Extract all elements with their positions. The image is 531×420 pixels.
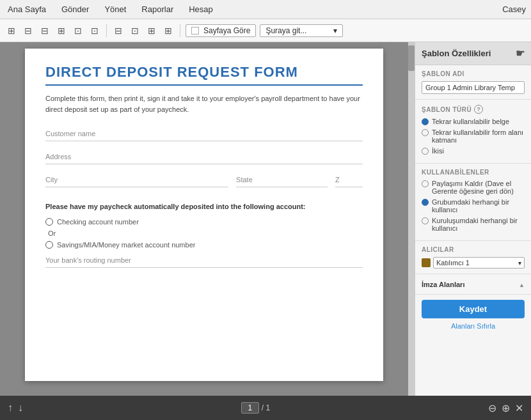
radio-savings: [45, 241, 53, 249]
toolbar-icon-6[interactable]: ⊡: [88, 24, 101, 37]
field-zip: Z: [335, 172, 363, 187]
type-label-1: Tekrar kullanılabilir form alanı katmanı: [432, 128, 525, 144]
avail-label-2: Kuruluşumdaki herhangi bir kullanıcı: [432, 217, 525, 232]
nav-send[interactable]: Gönder: [59, 4, 91, 14]
document-viewer: DIRECT DEPOSIT REQUEST FORM Complete thi…: [0, 42, 415, 396]
goto-label: Şuraya git...: [266, 26, 306, 35]
avail-label-1: Grubumdaki herhangi bir kullanıcı: [432, 198, 525, 214]
type-option-0[interactable]: Tekrar kullanılabilir belge: [422, 118, 525, 125]
avail-option-1[interactable]: Grubumdaki herhangi bir kullanıcı: [422, 198, 525, 214]
toolbar-icon-4[interactable]: ⊞: [55, 24, 68, 37]
field-address: Address: [45, 149, 363, 164]
type-option-2[interactable]: İkisi: [422, 147, 525, 155]
nav-manage[interactable]: Yönet: [102, 4, 129, 14]
toolbar: ⊞ ⊟ ⊟ ⊞ ⊡ ⊡ ⊟ ⊡ ⊞ ⊞ Sayfaya Göre Şuraya …: [0, 19, 531, 42]
option-savings: Savings/MIA/Money market account number: [45, 241, 363, 249]
close-button[interactable]: ✕: [515, 402, 523, 414]
signature-section: İmza Alanları: [415, 274, 531, 295]
goto-dropdown[interactable]: Şuraya git...: [260, 24, 343, 37]
sablon-adi-section: ŞABLON ADI: [415, 65, 531, 100]
option-checking-label: Checking account number: [57, 218, 139, 226]
nav-group-left: ↑ ↓: [8, 402, 23, 414]
avail-radio-2: [422, 217, 429, 224]
option-or: Or: [45, 229, 363, 237]
chevron-up-icon: [519, 279, 525, 289]
page-view-label: Sayfaya Göre: [203, 26, 250, 35]
recipient-select[interactable]: Katılımcı 1: [433, 257, 525, 268]
signature-header[interactable]: İmza Alanları: [422, 279, 525, 289]
toolbar-icon-8[interactable]: ⊡: [129, 24, 141, 37]
document-page: DIRECT DEPOSIT REQUEST FORM Complete thi…: [25, 49, 383, 381]
option-savings-label: Savings/MIA/Money market account number: [57, 241, 195, 249]
alicilar-label: ALICILAR: [422, 246, 525, 253]
page-indicator: / 1: [241, 402, 270, 414]
recipients-row: Katılımcı 1: [422, 257, 525, 268]
nav-up-button[interactable]: ↑: [8, 402, 13, 414]
sablon-turu-label-row: ŞABLON TÜRÜ ?: [422, 105, 525, 114]
type-radio-2: [422, 148, 429, 155]
alicilar-section: ALICILAR Katılımcı 1: [415, 241, 531, 274]
page-view-button[interactable]: Sayfaya Göre: [186, 24, 256, 37]
nav-account[interactable]: Hesap: [186, 4, 216, 14]
toolbar-icon-9[interactable]: ⊞: [145, 24, 158, 37]
avail-radio-0: [422, 180, 429, 187]
page-view-icon: [191, 27, 199, 35]
type-radio-0: [422, 118, 429, 125]
document-subtitle: Complete this form, then print it, sign …: [45, 93, 363, 114]
right-panel: Şablon Özellikleri ☛ ŞABLON ADI ŞABLON T…: [415, 42, 531, 396]
recipient-badge: [422, 258, 431, 267]
toolbar-icon-10[interactable]: ⊞: [162, 24, 175, 37]
bold-instruction: Please have my paycheck automatically de…: [45, 203, 363, 210]
reset-button[interactable]: Alanları Sıfırla: [415, 320, 531, 335]
toolbar-icon-2[interactable]: ⊟: [22, 24, 35, 37]
nav-home[interactable]: Ana Sayfa: [5, 4, 49, 14]
save-button[interactable]: Kaydet: [422, 300, 525, 318]
page-number-input[interactable]: [241, 402, 259, 414]
type-label-2: İkisi: [432, 147, 444, 155]
user-menu[interactable]: Casey: [502, 4, 526, 14]
avail-dot-1: [422, 199, 429, 206]
type-radio-dot-0: [424, 120, 427, 123]
document-title: DIRECT DEPOSIT REQUEST FORM: [45, 64, 363, 86]
radio-checking: [45, 218, 53, 226]
zoom-in-button[interactable]: ⊕: [502, 402, 510, 414]
avail-label-0: Paylaşımı Kaldır (Dave el Gerente öğesin…: [432, 180, 525, 195]
recipient-name: Katılımcı 1: [436, 259, 470, 267]
toolbar-separator-2: [180, 24, 180, 37]
kullanabilenler-section: KULLANABİLENLER Paylaşımı Kaldır (Dave e…: [415, 164, 531, 241]
nav-reports[interactable]: Raporlar: [139, 4, 176, 14]
sablon-adi-label: ŞABLON ADI: [422, 70, 525, 77]
sablon-turu-section: ŞABLON TÜRÜ ? Tekrar kullanılabilir belg…: [415, 100, 531, 164]
kullanabilenler-label: KULLANABİLENLER: [422, 169, 525, 176]
toolbar-separator: [106, 24, 107, 37]
type-radio-1: [422, 129, 429, 136]
page-total: / 1: [262, 403, 270, 412]
help-cursor-icon[interactable]: ☛: [516, 47, 525, 59]
avail-option-2[interactable]: Kuruluşumdaki herhangi bir kullanıcı: [422, 217, 525, 232]
toolbar-icon-5[interactable]: ⊡: [72, 24, 84, 37]
scroll-thumb[interactable]: [408, 45, 415, 71]
type-option-1[interactable]: Tekrar kullanılabilir form alanı katmanı: [422, 128, 525, 144]
toolbar-icon-1[interactable]: ⊞: [5, 24, 18, 37]
panel-header: Şablon Özellikleri ☛: [415, 42, 531, 65]
sablon-adi-input[interactable]: [422, 81, 525, 94]
nav-group-zoom: ⊖ ⊕ ✕: [488, 402, 523, 414]
zoom-out-button[interactable]: ⊖: [488, 402, 496, 414]
signature-label: İmza Alanları: [422, 281, 464, 288]
field-row-city-state: City State Z: [45, 172, 363, 195]
type-label-0: Tekrar kullanılabilir belge: [432, 118, 509, 125]
panel-title: Şablon Özellikleri: [422, 49, 491, 58]
top-navigation: Ana Sayfa Gönder Yönet Raporlar Hesap Ca…: [0, 0, 531, 19]
field-routing: Your bank's routing number: [45, 253, 363, 268]
bottom-bar: ↑ ↓ / 1 ⊖ ⊕ ✕: [0, 396, 531, 420]
option-checking: Checking account number: [45, 218, 363, 226]
toolbar-icon-7[interactable]: ⊟: [112, 24, 125, 37]
main-area: DIRECT DEPOSIT REQUEST FORM Complete thi…: [0, 42, 531, 396]
sablon-turu-help-icon[interactable]: ?: [474, 105, 483, 114]
field-city: City: [45, 172, 228, 187]
scroll-bar[interactable]: [408, 42, 415, 396]
nav-down-button[interactable]: ↓: [18, 402, 23, 414]
avail-option-0[interactable]: Paylaşımı Kaldır (Dave el Gerente öğesin…: [422, 180, 525, 195]
toolbar-icon-3[interactable]: ⊟: [38, 24, 51, 37]
nav-menu-left: Ana Sayfa Gönder Yönet Raporlar Hesap: [5, 4, 216, 14]
